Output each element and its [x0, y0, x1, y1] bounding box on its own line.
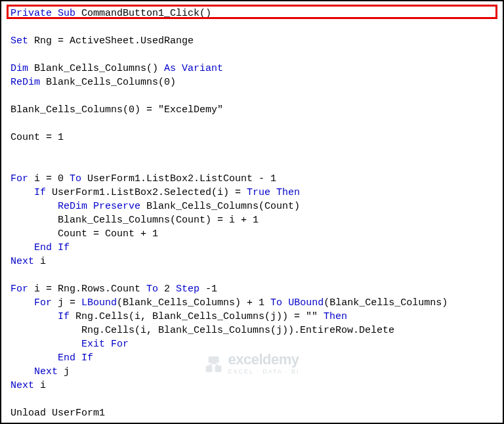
keyword: Next — [10, 380, 34, 391]
keyword: If — [34, 187, 46, 198]
code-text: UserForm1.ListBox2.Selected(i) = — [46, 187, 247, 198]
keyword: Next — [10, 256, 34, 267]
code-text: Rng.Cells(i, Blank_Cells_Columns(j)) = "… — [70, 311, 324, 322]
code-text: i = Rng.Rows.Count — [28, 284, 146, 295]
code-text: Count = 1 — [10, 132, 64, 143]
code-text: i — [34, 380, 46, 391]
code-text: i — [34, 256, 46, 267]
keyword: ReDim — [10, 77, 40, 88]
code-text: Rng.Cells(i, Blank_Cells_Columns(j)).Ent… — [10, 325, 394, 336]
code-text: Blank_Cells_Columns() — [28, 63, 164, 74]
keyword: Dim — [10, 63, 28, 74]
keyword: True Then — [247, 187, 300, 198]
keyword: UBound — [288, 297, 324, 308]
keyword: To — [70, 173, 81, 184]
code-text — [282, 297, 288, 308]
indent — [10, 187, 34, 198]
keyword: LBound — [81, 297, 117, 308]
keyword: ReDim Preserve — [58, 201, 140, 212]
keyword: To — [270, 297, 282, 308]
indent — [10, 201, 58, 212]
code-text: Rng = ActiveSheet.UsedRange — [28, 35, 194, 47]
code-text: 2 — [158, 284, 176, 295]
keyword: Set — [10, 35, 28, 47]
keyword: Step — [176, 284, 200, 295]
code-text: Blank_Cells_Columns(0) = "ExcelDemy" — [10, 104, 223, 116]
keyword: For — [10, 284, 28, 295]
keyword: Exit For — [81, 339, 129, 350]
keyword: End If — [34, 242, 70, 253]
code-text: Blank_Cells_Columns(0) — [40, 77, 176, 88]
indent — [10, 242, 34, 253]
keyword: If — [58, 311, 70, 322]
keyword: Private Sub — [10, 8, 75, 19]
code-text: (Blank_Cells_Columns) — [324, 297, 448, 308]
indent — [10, 352, 58, 364]
code-text: UserForm1.ListBox2.ListCount - 1 — [81, 173, 276, 184]
code-text: j — [58, 366, 70, 377]
keyword: To — [146, 284, 158, 295]
code-text: Blank_Cells_Columns(Count) — [140, 201, 300, 212]
code-text: j = — [52, 297, 81, 308]
indent — [10, 311, 58, 322]
keyword: End If — [58, 352, 93, 364]
code-text: Blank_Cells_Columns(Count) = i + 1 — [10, 215, 259, 226]
code-editor[interactable]: Private Sub CommandButton1_Click() Set R… — [1, 1, 503, 424]
code-text: CommandButton1_Click() — [75, 8, 211, 19]
keyword: For — [34, 297, 52, 308]
keyword: Next — [34, 366, 58, 377]
indent — [10, 366, 34, 377]
keyword: Then — [324, 311, 347, 322]
code-text: Unload UserForm1 — [10, 408, 105, 419]
indent — [10, 297, 34, 308]
code-text: i = 0 — [28, 173, 70, 184]
indent — [10, 339, 81, 350]
keyword: For — [10, 173, 28, 184]
keyword: As Variant — [164, 63, 223, 74]
code-text: -1 — [200, 284, 217, 295]
code-text: Count = Count + 1 — [10, 228, 158, 240]
code-text: (Blank_Cells_Columns) + 1 — [117, 297, 270, 308]
